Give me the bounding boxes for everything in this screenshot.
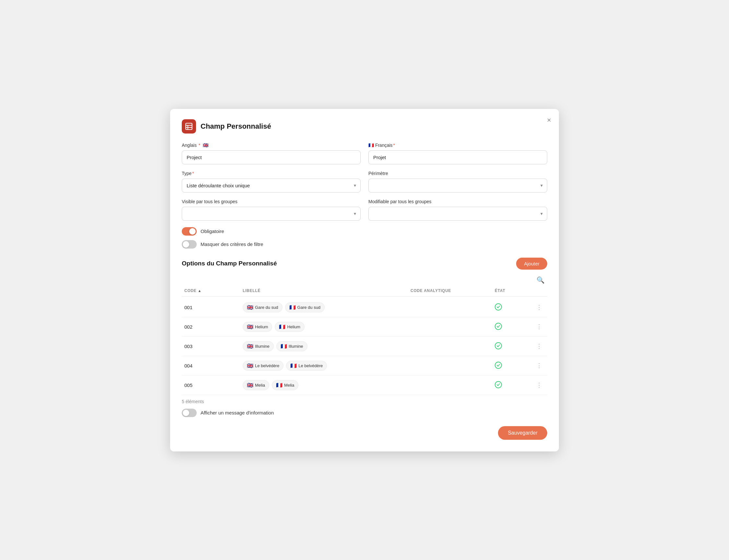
masquer-toggle[interactable]	[182, 240, 197, 249]
cell-code: 005	[182, 382, 240, 388]
obligatoire-toggle[interactable]	[182, 227, 197, 236]
perimeter-group: Périmètre ▾	[368, 171, 547, 193]
masquer-label: Masquer des critères de filtre	[201, 241, 263, 247]
cell-actions: ⋮	[531, 341, 547, 351]
table-row: 001🇬🇧Gare du sud🇫🇷Gare du sud⋮	[182, 298, 547, 317]
row-menu-button[interactable]: ⋮	[534, 380, 545, 390]
table-row: 003🇬🇧Illumine🇫🇷Illumine⋮	[182, 337, 547, 356]
options-section-title: Options du Champ Personnalisé	[182, 260, 277, 267]
french-group: 🇫🇷 Français*	[368, 143, 547, 164]
english-group: Anglais * 🇬🇧	[182, 143, 361, 164]
modal-container: Champ Personnalisé × Anglais * 🇬🇧 🇫🇷 Fra…	[170, 109, 559, 451]
visible-editable-row: Visible par tous les groupes ▾ Modifiabl…	[182, 199, 547, 221]
perimeter-label: Périmètre	[368, 171, 547, 176]
editable-select[interactable]	[368, 207, 547, 221]
flag-icon: 🇫🇷	[289, 304, 296, 310]
english-input[interactable]	[182, 150, 361, 164]
options-section-header: Options du Champ Personnalisé Ajouter	[182, 258, 547, 270]
type-label: Type*	[182, 171, 361, 176]
row-menu-button[interactable]: ⋮	[534, 341, 545, 351]
cell-libelle: 🇬🇧Helium🇫🇷Helium	[240, 322, 408, 332]
col-actions	[531, 288, 547, 293]
libelle-badge: 🇫🇷Melia	[272, 380, 299, 390]
badge-text: Helium	[287, 324, 300, 329]
type-select[interactable]: Liste déroulante choix unique Texte Nomb…	[182, 179, 361, 193]
badge-text: Helium	[255, 324, 268, 329]
svg-point-6	[495, 343, 501, 349]
count-label: 5 éléments	[182, 399, 204, 404]
type-required-star: *	[192, 171, 194, 176]
english-required-star: *	[199, 143, 200, 148]
french-input[interactable]	[368, 150, 547, 164]
search-button[interactable]: 🔍	[534, 275, 547, 285]
badge-text: Melia	[255, 383, 265, 388]
svg-point-8	[495, 381, 501, 388]
table-header: CODE ▲ LIBELLÉ CODE ANALYTIQUE ÉTAT	[182, 288, 547, 297]
col-code[interactable]: CODE ▲	[182, 288, 240, 293]
svg-point-5	[495, 323, 501, 330]
flag-icon: 🇬🇧	[247, 363, 253, 369]
search-row: 🔍	[182, 275, 547, 285]
check-circle-icon	[495, 381, 502, 388]
libelle-badge: 🇫🇷Le belvédère	[286, 361, 327, 371]
badge-text: Le belvédère	[299, 363, 323, 368]
row-menu-button[interactable]: ⋮	[534, 361, 545, 370]
row-menu-button[interactable]: ⋮	[534, 302, 545, 312]
cell-actions: ⋮	[531, 380, 547, 390]
table-icon	[185, 122, 193, 131]
badge-text: Illumine	[255, 344, 270, 349]
flag-icon: 🇫🇷	[281, 343, 287, 349]
cell-etat	[492, 323, 531, 331]
cell-libelle: 🇬🇧Melia🇫🇷Melia	[240, 380, 408, 390]
visible-group: Visible par tous les groupes ▾	[182, 199, 361, 221]
modal-icon	[182, 119, 196, 134]
cell-actions: ⋮	[531, 302, 547, 312]
table-row: 005🇬🇧Melia🇫🇷Melia⋮	[182, 376, 547, 395]
row-menu-button[interactable]: ⋮	[534, 322, 545, 332]
check-circle-icon	[495, 342, 502, 349]
cell-actions: ⋮	[531, 322, 547, 332]
cell-code: 002	[182, 324, 240, 330]
flag-icon: 🇬🇧	[247, 324, 253, 330]
cell-etat	[492, 342, 531, 350]
libelle-badge: 🇫🇷Illumine	[276, 341, 308, 351]
table-body: 001🇬🇧Gare du sud🇫🇷Gare du sud⋮002🇬🇧Heliu…	[182, 298, 547, 395]
cell-libelle: 🇬🇧Gare du sud🇫🇷Gare du sud	[240, 302, 408, 312]
close-button[interactable]: ×	[546, 115, 552, 125]
flag-icon: 🇬🇧	[247, 343, 253, 349]
editable-select-wrapper: ▾	[368, 207, 547, 221]
info-message-label: Afficher un message d'information	[201, 410, 274, 415]
sort-arrow-icon: ▲	[198, 289, 202, 293]
cell-libelle: 🇬🇧Illumine🇫🇷Illumine	[240, 341, 408, 351]
libelle-badge: 🇫🇷Helium	[275, 322, 304, 332]
svg-rect-0	[186, 123, 192, 130]
cell-libelle: 🇬🇧Le belvédère🇫🇷Le belvédère	[240, 361, 408, 371]
toggles-section: Obligatoire Masquer des critères de filt…	[182, 227, 547, 249]
info-message-toggle[interactable]	[182, 409, 197, 417]
obligatoire-toggle-item: Obligatoire	[182, 227, 547, 236]
cell-code: 003	[182, 344, 240, 349]
cell-etat	[492, 303, 531, 311]
modal-title: Champ Personnalisé	[201, 122, 271, 131]
table-row: 002🇬🇧Helium🇫🇷Helium⋮	[182, 317, 547, 337]
masquer-toggle-item: Masquer des critères de filtre	[182, 240, 547, 249]
perimeter-select[interactable]	[368, 179, 547, 193]
french-required-star: *	[393, 143, 395, 148]
type-group: Type* Liste déroulante choix unique Text…	[182, 171, 361, 193]
add-button[interactable]: Ajouter	[516, 258, 547, 270]
badge-text: Gare du sud	[255, 305, 278, 310]
badge-text: Illumine	[289, 344, 303, 349]
check-circle-icon	[495, 323, 502, 330]
editable-group: Modifiable par tous les groupes ▾	[368, 199, 547, 221]
flag-icon: 🇫🇷	[279, 324, 286, 330]
visible-select-wrapper: ▾	[182, 207, 361, 221]
flag-icon: 🇬🇧	[247, 382, 253, 388]
save-button[interactable]: Sauvegarder	[498, 426, 547, 440]
visible-select[interactable]	[182, 207, 361, 221]
col-etat: ÉTAT	[492, 288, 531, 293]
cell-code: 001	[182, 305, 240, 310]
french-label: 🇫🇷 Français*	[368, 143, 547, 148]
perimeter-select-wrapper: ▾	[368, 179, 547, 193]
type-perimeter-row: Type* Liste déroulante choix unique Text…	[182, 171, 547, 193]
libelle-badge: 🇬🇧Melia	[243, 380, 269, 390]
